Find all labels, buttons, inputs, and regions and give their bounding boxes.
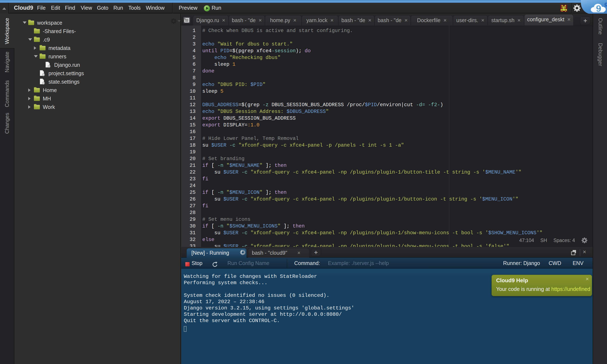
svg-text:9: 9 xyxy=(596,3,601,13)
